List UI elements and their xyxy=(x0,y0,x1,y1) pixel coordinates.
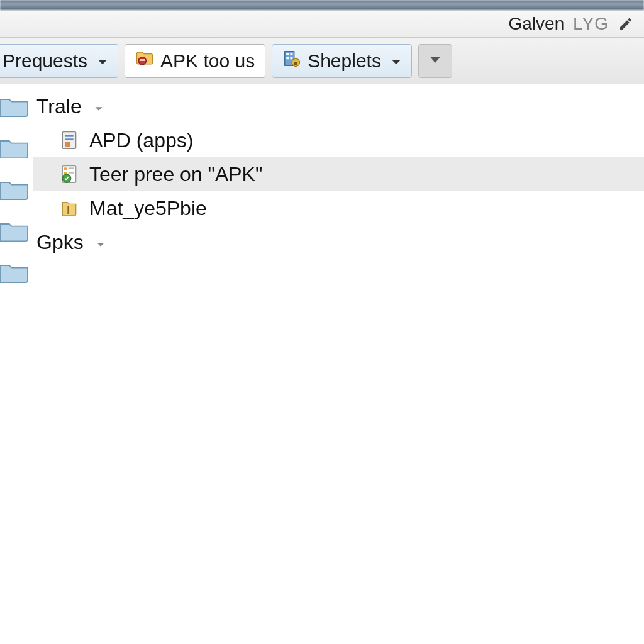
tree-group-gpks[interactable]: Gpks xyxy=(33,225,644,259)
settings-file-icon xyxy=(58,163,80,186)
chevron-down-icon xyxy=(391,50,401,72)
window-title-glass xyxy=(0,0,644,10)
user-suffix-text: LYG xyxy=(573,14,609,33)
edit-icon[interactable] xyxy=(618,16,634,32)
toolbar-button-label: APK too us xyxy=(160,50,255,72)
svg-rect-19 xyxy=(67,206,69,214)
tree-group-label: Trale xyxy=(36,95,82,118)
chevron-down-icon xyxy=(429,53,441,69)
user-name-text: Galven xyxy=(509,14,565,33)
archive-file-icon xyxy=(58,197,80,219)
tree-item-label: Teer pree on "APK" xyxy=(89,163,262,186)
user-name-label: Galven LYG xyxy=(509,14,609,34)
toolbar-button-sheplets[interactable]: Sheplets xyxy=(272,44,412,78)
app-window: Galven LYG Prequests APK too us xyxy=(0,0,644,644)
sidebar-folder[interactable] xyxy=(0,89,28,123)
toolbar: Prequests APK too us xyxy=(0,38,644,84)
toolbar-overflow-button[interactable] xyxy=(418,44,452,78)
svg-rect-8 xyxy=(294,62,297,65)
building-lock-icon xyxy=(282,49,301,72)
svg-rect-11 xyxy=(65,138,73,140)
sidebar-folder[interactable] xyxy=(0,172,28,206)
svg-rect-15 xyxy=(69,167,74,169)
svg-rect-5 xyxy=(286,57,289,60)
chevron-down-icon xyxy=(97,50,108,72)
content-area: Trale APD (apps) xyxy=(0,84,644,644)
svg-rect-1 xyxy=(140,59,145,61)
svg-rect-3 xyxy=(286,53,289,55)
toolbar-button-apk[interactable]: APK too us xyxy=(125,44,265,78)
file-tree: Trale APD (apps) xyxy=(33,84,644,644)
toolbar-button-label: Prequests xyxy=(3,50,87,72)
header-user-row: Galven LYG xyxy=(0,10,644,38)
app-file-icon xyxy=(58,129,80,152)
folder-icon xyxy=(135,49,154,72)
tree-item-apd[interactable]: APD (apps) xyxy=(33,123,644,157)
tree-group-trale[interactable]: Trale xyxy=(33,89,644,123)
svg-rect-6 xyxy=(291,57,293,60)
tree-group-label: Gpks xyxy=(36,231,84,254)
chevron-down-icon xyxy=(96,231,105,254)
sidebar-folder[interactable] xyxy=(0,255,28,289)
toolbar-button-label: Sheplets xyxy=(308,50,381,72)
tree-item-label: APD (apps) xyxy=(89,129,193,152)
chevron-down-icon xyxy=(94,95,103,118)
svg-rect-10 xyxy=(65,135,73,137)
svg-rect-14 xyxy=(64,167,67,170)
svg-rect-17 xyxy=(69,172,74,174)
tree-item-mat[interactable]: Mat_ye5Pbie xyxy=(33,191,644,225)
sidebar-folder[interactable] xyxy=(0,214,28,248)
toolbar-button-prequests[interactable]: Prequests xyxy=(0,44,118,78)
sidebar-folder[interactable] xyxy=(0,131,28,165)
svg-rect-12 xyxy=(65,142,70,147)
sidebar-folder-strip xyxy=(0,84,33,644)
tree-item-label: Mat_ye5Pbie xyxy=(89,197,207,220)
tree-item-teer[interactable]: Teer pree on "APK" xyxy=(33,157,644,191)
svg-rect-4 xyxy=(291,53,293,55)
